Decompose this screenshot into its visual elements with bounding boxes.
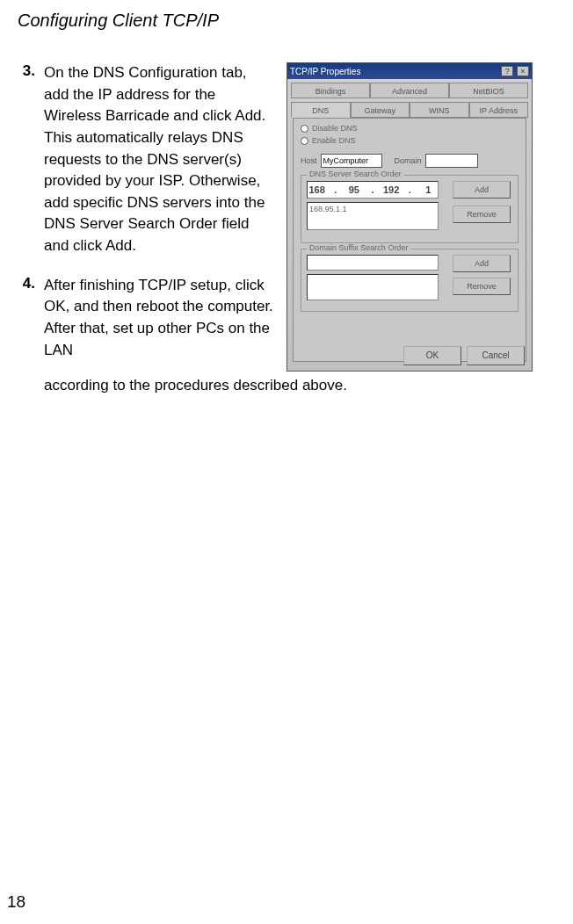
dialog-bottom-buttons: OK Cancel — [403, 346, 525, 365]
remove-suffix-button[interactable]: Remove — [453, 278, 511, 295]
host-label: Host — [301, 156, 317, 165]
domain-input[interactable] — [425, 154, 478, 168]
ip-d: 1 — [419, 184, 438, 195]
step-4-text-narrow: After finishing TCP/IP setup, click OK, … — [44, 275, 274, 362]
step-4-number: 4. — [18, 275, 44, 362]
suffix-input[interactable] — [307, 255, 439, 271]
step-3-text: On the DNS Configuration tab, add the IP… — [44, 62, 274, 257]
tab-ip-address[interactable]: IP Address — [469, 102, 529, 118]
tcpip-dialog: TCP/IP Properties ? × Bindings Advanced … — [286, 62, 533, 372]
radio-icon — [301, 137, 308, 145]
enable-dns-label: Enable DNS — [312, 136, 356, 145]
domain-label: Domain — [395, 156, 422, 165]
domain-suffix-group: Domain Suffix Search Order Add Remove — [301, 249, 519, 312]
tab-netbios[interactable]: NetBIOS — [449, 83, 528, 98]
tab-gateway[interactable]: Gateway — [351, 102, 410, 118]
step-3: 3. On the DNS Configuration tab, add the… — [18, 62, 274, 257]
tab-row-2: DNS Configuration Gateway WINS Configura… — [291, 102, 528, 118]
ok-button[interactable]: OK — [403, 346, 461, 365]
titlebar-buttons: ? × — [500, 66, 529, 76]
disable-dns-radio[interactable]: Disable DNS — [301, 124, 519, 133]
dns-panel: Disable DNS Enable DNS Host Domain DNS S… — [293, 118, 526, 362]
radio-icon — [301, 125, 308, 133]
step-3-number: 3. — [18, 62, 44, 257]
remove-button[interactable]: Remove — [453, 206, 511, 223]
host-domain-row: Host Domain — [301, 154, 519, 168]
dialog-title: TCP/IP Properties — [290, 67, 360, 76]
enable-dns-radio[interactable]: Enable DNS — [301, 136, 519, 145]
dns-list[interactable]: 168.95.1.1 — [307, 202, 439, 230]
cancel-button[interactable]: Cancel — [467, 346, 525, 365]
tab-wins[interactable]: WINS Configuration — [410, 102, 469, 118]
step-4: 4. After finishing TCP/IP setup, click O… — [18, 275, 274, 362]
suffix-list[interactable] — [307, 274, 439, 300]
add-suffix-button[interactable]: Add — [453, 255, 511, 272]
close-icon[interactable]: × — [517, 66, 529, 76]
tab-dns-configuration[interactable]: DNS Configuration — [291, 102, 351, 118]
ip-a: 168 — [308, 184, 326, 195]
dns-server-group-label: DNS Server Search Order — [307, 170, 404, 178]
step-4-text-wide: according to the procedures described ab… — [18, 375, 555, 397]
page-number: 18 — [7, 892, 25, 912]
disable-dns-label: Disable DNS — [312, 124, 358, 133]
dialog-titlebar: TCP/IP Properties ? × — [287, 63, 532, 79]
host-input[interactable] — [321, 154, 382, 168]
content-row: 3. On the DNS Configuration tab, add the… — [18, 62, 555, 379]
page-header: Configuring Client TCP/IP — [18, 11, 555, 31]
ip-b: 95 — [345, 184, 363, 195]
ip-entry[interactable]: 168. 95. 192. 1 — [307, 181, 439, 199]
help-icon[interactable]: ? — [501, 66, 513, 76]
dns-server-group: DNS Server Search Order 168. 95. 192. 1 … — [301, 175, 519, 243]
ip-c: 192 — [382, 184, 401, 195]
text-column: 3. On the DNS Configuration tab, add the… — [18, 62, 274, 379]
domain-suffix-group-label: Domain Suffix Search Order — [307, 243, 410, 252]
tab-advanced[interactable]: Advanced — [370, 83, 449, 98]
tab-row-1: Bindings Advanced NetBIOS — [291, 83, 528, 98]
tab-bindings[interactable]: Bindings — [291, 83, 370, 98]
add-button[interactable]: Add — [453, 181, 511, 199]
